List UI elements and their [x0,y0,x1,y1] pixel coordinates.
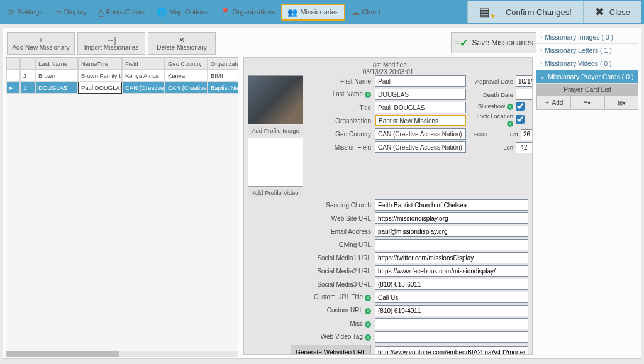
right-panel: ›Missionary Images ( 0 ) ›Missionary Let… [536,31,638,110]
menu-fonts[interactable]: A̲Fonts/Colors [93,5,150,19]
info-icon[interactable]: i [365,295,371,301]
acc-images[interactable]: ›Missionary Images ( 0 ) [536,31,638,44]
lock-location-checkbox[interactable] [516,115,525,124]
profile-video[interactable] [248,138,303,187]
first-name-input[interactable] [375,75,466,87]
sending-church-input[interactable] [375,199,528,211]
menu-map[interactable]: 🌐Map Options [152,5,213,19]
cell: Baptist New Missions [208,82,238,94]
webvideo-url-input[interactable] [375,346,528,355]
label-sm1: Social Media1 URL [248,255,371,262]
menu-organizations[interactable]: 📍Organizations [215,5,280,19]
menu-label: Settings [18,8,43,16]
grid-row[interactable]: 2 Brown Brown Family to Kenya Africa Ken… [6,70,238,82]
gear-icon: ⚙ [8,8,15,17]
custom-url-input[interactable] [375,305,528,316]
menu-missionaries[interactable]: 👥Missionaries [281,4,345,21]
col-nametitle[interactable]: NameTitle [78,58,122,70]
chevron-right-icon: › [540,47,542,53]
close-icon: ✖ [595,5,604,19]
website-input[interactable] [375,212,528,224]
prayer-sort-button[interactable]: ≡▾ [570,95,604,110]
slideshow-checkbox[interactable] [516,102,525,111]
close-button[interactable]: ✖Close [583,1,641,23]
info-icon[interactable]: i [365,321,371,328]
prayer-add-button[interactable]: ＋Add [536,95,570,110]
profile-image[interactable] [248,75,303,124]
geo-country-select[interactable]: CAN (Creative Access Nation) [375,128,466,140]
grid-header: Last Name NameTitle Field Geo Country Or… [6,58,238,70]
lon-input[interactable] [516,142,533,153]
info-icon[interactable]: i [365,334,371,341]
save-check-icon: ≡✔ [454,37,468,49]
sm2-input[interactable] [375,265,528,277]
delete-missionary-button[interactable]: ✕Delete Missionary [148,32,216,55]
organization-select[interactable]: Baptist New Missions [375,115,466,126]
last-modified: Last Modified 03/13/23 20:03:01 [248,62,528,75]
menu-settings[interactable]: ⚙Settings [3,5,48,19]
cell: BIMI [208,70,238,82]
mission-field-input[interactable] [375,141,466,153]
email-input[interactable] [375,226,528,237]
misc-input[interactable] [375,318,528,329]
detail-panel: Last Modified 03/13/23 20:03:01 Add Prof… [243,57,533,355]
custom-url-title-input[interactable] [375,292,528,303]
col-org[interactable]: Organization [208,58,238,70]
label-curlt: Custom URL Titlei [248,294,371,301]
add-missionary-button[interactable]: +Add New Missionary [7,32,75,55]
death-date-input[interactable] [516,89,533,100]
menu-label: Map Options [169,8,208,16]
label-org: Organization [307,118,371,124]
approval-date-input[interactable] [516,75,533,87]
missionary-grid[interactable]: Last Name NameTitle Field Geo Country Or… [6,57,238,355]
acc-prayer-cards[interactable]: ⌄Missionary Prayer Cards ( 0 ) [536,70,638,84]
save-missionaries-button[interactable]: ≡✔ Save Missionaries [451,32,536,53]
label-lastname: Last Namei [307,91,371,98]
top-bar: ⚙Settings ▭Display A̲Fonts/Colors 🌐Map O… [0,0,644,24]
title-input[interactable] [375,102,466,113]
label-firstname: First Name [307,78,371,85]
star-icon: ★ [490,13,496,19]
confirm-changes-button[interactable]: ▤★Confirm Changes! [467,1,583,23]
cell: DOUGLAS [35,82,78,94]
import-missionaries-button[interactable]: →|Import Missionaries [77,32,145,55]
cell: Kenya [165,70,208,82]
image-column: Add Profile Image Add Profile Video [248,75,303,197]
last-name-input[interactable] [375,89,466,100]
info-icon[interactable]: i [365,92,371,98]
label-sm2: Social Media2 URL [248,268,371,275]
col-lastname[interactable]: Last Name [35,58,78,70]
plus-icon: + [38,36,43,44]
menu-cloud[interactable]: ☁Cloud [347,5,386,19]
web-video-tag-input[interactable] [375,331,528,343]
sm3-input[interactable] [375,279,528,290]
label-title: Title [307,104,371,111]
cell: Brown Family to [78,70,122,82]
scrollbar-thumb[interactable] [6,351,119,357]
col-geo[interactable]: Geo Country [165,58,208,70]
info-icon[interactable]: i [365,308,371,314]
lat-input[interactable] [521,129,533,140]
col-field[interactable]: Field [122,58,165,70]
generate-webvideo-button[interactable]: Generate Webvideo URL [291,345,371,355]
label-mission: Mission Field [307,144,371,151]
info-icon[interactable]: i [507,121,513,127]
label-site: Web Site URL [248,215,371,222]
acc-letters[interactable]: ›Missionary Letters ( 1 ) [536,44,638,57]
menu-display[interactable]: ▭Display [49,5,92,19]
info-icon[interactable]: i [507,104,513,110]
add-profile-image-button[interactable]: Add Profile Image [248,126,303,135]
grid-row-selected[interactable]: ▸1 DOUGLAS Paul DOUGLAS CAN (Creative Ac… [6,82,238,94]
cell: CAN (Creative Ac [122,82,165,94]
prayer-date-button[interactable]: ⊞▾ [604,95,638,110]
sm1-input[interactable] [375,252,528,263]
row-num: 2 [20,70,35,82]
label-curl: Custom URLi [248,307,371,314]
label-lock: Lock Locationi [474,113,513,127]
acc-videos[interactable]: ›Missionary Videos ( 0 ) [536,57,638,70]
label-geo: Geo Country [307,131,371,138]
add-profile-video-button[interactable]: Add Profile Video [248,188,303,197]
giving-url-input[interactable] [375,239,528,250]
grid-scrollbar[interactable] [6,351,238,357]
cell-editing[interactable]: Paul DOUGLAS [78,82,122,94]
